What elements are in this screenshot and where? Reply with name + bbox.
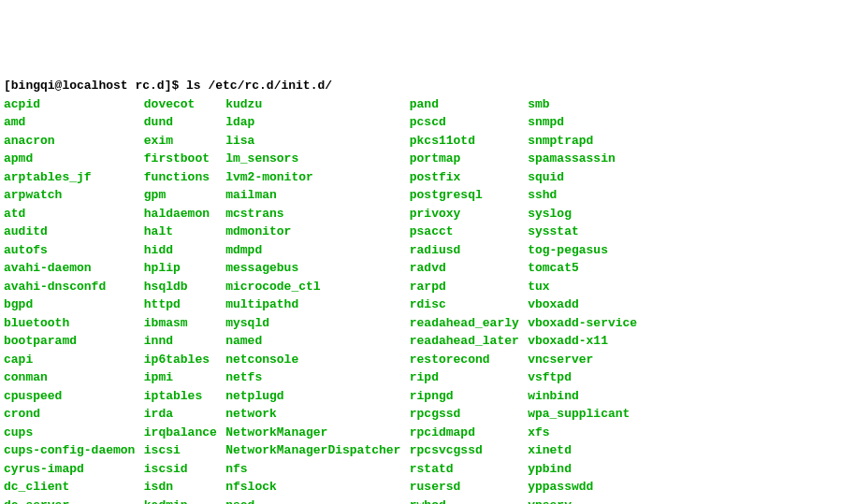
- file-entry: capi: [4, 351, 135, 369]
- file-entry: pand: [410, 95, 519, 114]
- file-entry: exim: [144, 132, 217, 151]
- file-entry: wpa_supplicant: [528, 405, 637, 424]
- file-entry: iptables: [144, 387, 217, 406]
- file-entry: dc_server: [4, 497, 135, 505]
- file-entry: kudzu: [225, 95, 400, 114]
- file-entry: privoxy: [410, 205, 519, 223]
- file-entry: arptables_jf: [4, 168, 135, 187]
- file-entry: microcode_ctl: [225, 278, 400, 296]
- file-entry: firstboot: [144, 150, 217, 168]
- file-entry: spamassassin: [528, 150, 637, 168]
- file-entry: xinetd: [528, 441, 637, 460]
- file-entry: snmptrapd: [528, 132, 637, 151]
- file-entry: syslog: [528, 205, 637, 223]
- file-entry: lm_sensors: [225, 150, 400, 168]
- file-entry: ibmasm: [144, 314, 217, 333]
- file-entry: nscd: [225, 497, 400, 505]
- file-entry: autofs: [4, 241, 135, 260]
- file-entry: halt: [144, 223, 217, 241]
- file-entry: avahi-daemon: [4, 259, 135, 278]
- file-entry: irda: [144, 405, 217, 424]
- file-entry: acpid: [4, 95, 135, 114]
- file-entry: kadmin: [144, 497, 217, 505]
- file-entry: cyrus-imapd: [4, 460, 135, 479]
- output-column: pand pcscd pkcs11otd portmap postfix pos…: [410, 95, 519, 505]
- file-entry: arpwatch: [4, 186, 135, 205]
- file-entry: sshd: [528, 186, 637, 205]
- file-entry: vboxadd-x11: [528, 332, 637, 351]
- file-entry: ldap: [225, 113, 400, 132]
- file-entry: rarpd: [410, 278, 519, 296]
- file-entry: psacct: [410, 223, 519, 241]
- file-entry: NetworkManager: [225, 424, 400, 442]
- file-entry: anacron: [4, 132, 135, 151]
- output-column: dovecot dund exim firstboot functions gp…: [144, 95, 217, 505]
- file-entry: hplip: [144, 259, 217, 278]
- file-entry: atd: [4, 205, 135, 223]
- file-entry: avahi-dnsconfd: [4, 278, 135, 296]
- shell-prompt: [bingqi@localhost rc.d]$ ls /etc/rc.d/in…: [4, 79, 332, 93]
- file-entry: mdmonitor: [225, 223, 400, 241]
- file-entry: rwhod: [410, 497, 519, 505]
- file-entry: postgresql: [410, 186, 519, 205]
- output-column: acpid amd anacron apmd arptables_jf arpw…: [4, 95, 135, 505]
- file-entry: ripngd: [410, 387, 519, 406]
- file-entry: lvm2-monitor: [225, 168, 400, 187]
- file-entry: nfs: [225, 460, 400, 479]
- file-entry: snmpd: [528, 113, 637, 132]
- file-entry: cpuspeed: [4, 387, 135, 406]
- file-entry: tog-pegasus: [528, 241, 637, 260]
- file-entry: vsftpd: [528, 368, 637, 387]
- file-entry: netfs: [225, 368, 400, 387]
- file-entry: named: [225, 332, 400, 351]
- file-entry: bluetooth: [4, 314, 135, 333]
- file-entry: dc_client: [4, 478, 135, 497]
- file-entry: iscsid: [144, 460, 217, 479]
- file-entry: rpcidmapd: [410, 424, 519, 442]
- file-entry: vboxadd: [528, 295, 637, 314]
- file-entry: portmap: [410, 150, 519, 168]
- file-entry: cups-config-daemon: [4, 441, 135, 460]
- file-entry: radvd: [410, 259, 519, 278]
- file-entry: ypbind: [528, 460, 637, 479]
- file-entry: tomcat5: [528, 259, 637, 278]
- file-entry: auditd: [4, 223, 135, 241]
- file-entry: ipmi: [144, 368, 217, 387]
- file-entry: iscsi: [144, 441, 217, 460]
- file-entry: netplugd: [225, 387, 400, 406]
- prompt-user: [bingqi@localhost rc.d]$: [4, 79, 186, 93]
- file-entry: bgpd: [4, 295, 135, 314]
- file-entry: httpd: [144, 295, 217, 314]
- file-entry: haldaemon: [144, 205, 217, 223]
- file-entry: ripd: [410, 368, 519, 387]
- file-entry: dovecot: [144, 95, 217, 114]
- file-entry: rpcsvcgssd: [410, 441, 519, 460]
- file-entry: amd: [4, 113, 135, 132]
- file-entry: conman: [4, 368, 135, 387]
- ls-output: acpid amd anacron apmd arptables_jf arpw…: [4, 95, 851, 505]
- file-entry: smb: [528, 95, 637, 114]
- file-entry: mysqld: [225, 314, 400, 333]
- file-entry: rusersd: [410, 478, 519, 497]
- file-entry: pcscd: [410, 113, 519, 132]
- file-entry: rdisc: [410, 295, 519, 314]
- file-entry: netconsole: [225, 351, 400, 369]
- file-entry: restorecond: [410, 351, 519, 369]
- file-entry: rpcgssd: [410, 405, 519, 424]
- file-entry: readahead_later: [410, 332, 519, 351]
- file-entry: squid: [528, 168, 637, 187]
- file-entry: gpm: [144, 186, 217, 205]
- file-entry: cups: [4, 424, 135, 442]
- file-entry: vboxadd-service: [528, 314, 637, 333]
- file-entry: bootparamd: [4, 332, 135, 351]
- file-entry: winbind: [528, 387, 637, 406]
- file-entry: mailman: [225, 186, 400, 205]
- file-entry: ip6tables: [144, 351, 217, 369]
- file-entry: tux: [528, 278, 637, 296]
- file-entry: crond: [4, 405, 135, 424]
- file-entry: apmd: [4, 150, 135, 168]
- file-entry: functions: [144, 168, 217, 187]
- file-entry: hsqldb: [144, 278, 217, 296]
- file-entry: readahead_early: [410, 314, 519, 333]
- file-entry: radiusd: [410, 241, 519, 260]
